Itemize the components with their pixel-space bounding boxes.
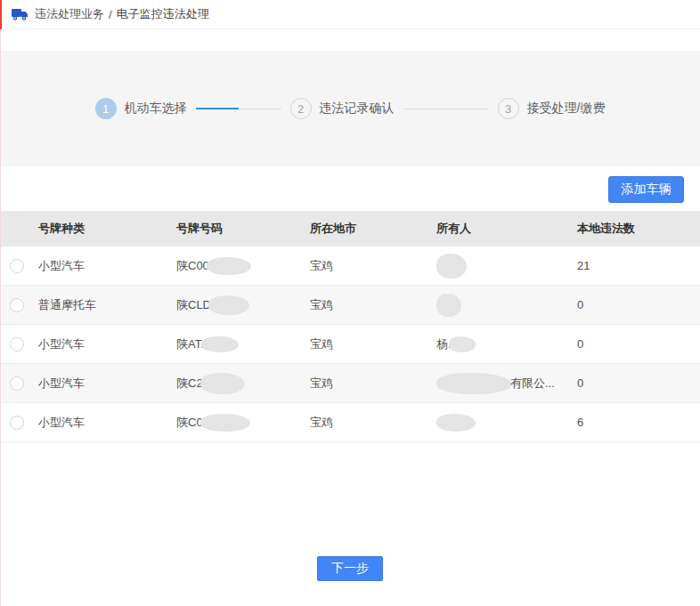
step-2-violation-confirm: 2 违法记录确认: [290, 98, 395, 119]
left-accent-faint: [0, 29, 1, 606]
col-header-plate-type: 号牌种类: [38, 221, 176, 237]
plate-number-visible: 陕CLD: [176, 297, 211, 313]
owner-redaction: [436, 294, 461, 317]
plate-number-redaction: [207, 257, 251, 275]
violation-count-cell: 0: [577, 337, 700, 351]
col-header-violation-count: 本地违法数: [577, 221, 700, 237]
add-vehicle-button[interactable]: 添加车辆: [608, 176, 684, 203]
breadcrumb-separator: /: [109, 8, 112, 21]
spacer: [0, 29, 700, 51]
vehicle-select-radio[interactable]: [10, 259, 24, 273]
radio-cell: [0, 416, 38, 430]
left-accent-red: [0, 0, 2, 29]
vehicle-select-radio[interactable]: [10, 376, 24, 391]
owner-redaction: [436, 254, 467, 279]
owner-cell: [436, 294, 577, 317]
page: 违法处理业务 / 电子监控违法处理 1 机动车选择 2 违法记录确认 3 接受处…: [0, 0, 700, 606]
vehicle-select-radio[interactable]: [10, 298, 24, 312]
step-connector-1: [196, 108, 281, 109]
step-3-accept-pay: 3 接受处理/缴费: [498, 98, 606, 119]
city-cell: 宝鸡: [310, 297, 436, 313]
footer-actions: 下一步: [0, 556, 700, 581]
table-row: 小型汽车陕AT.宝鸡杨.0: [0, 325, 700, 364]
city-cell: 宝鸡: [310, 336, 436, 352]
plate-type-cell: 小型汽车: [38, 376, 176, 392]
vehicle-select-radio[interactable]: [10, 416, 24, 430]
col-header-plate-number: 号牌号码: [176, 221, 310, 237]
step-3-circle: 3: [498, 98, 519, 119]
city-cell: 宝鸡: [310, 258, 436, 274]
breadcrumb-section[interactable]: 违法处理业务: [35, 6, 104, 22]
plate-number-cell: 陕C00: [176, 257, 310, 275]
plate-type-cell: 普通摩托车: [38, 297, 176, 313]
plate-number-visible: 陕C00: [176, 258, 209, 274]
radio-cell: [0, 376, 38, 391]
vehicle-select-radio[interactable]: [10, 337, 24, 351]
toolbar: 添加车辆: [0, 166, 700, 211]
plate-number-redaction: [200, 414, 250, 432]
step-1-label: 机动车选择: [125, 101, 187, 117]
step-2-label: 违法记录确认: [320, 101, 395, 117]
owner-cell: [436, 414, 577, 432]
table-row: 小型汽车陕C2宝鸡有限公...0: [0, 364, 700, 403]
col-header-city: 所在地市: [310, 221, 436, 237]
owner-cell: [436, 254, 577, 279]
plate-number-redaction: [208, 295, 249, 315]
step-1-vehicle-selection: 1 机动车选择: [95, 98, 187, 119]
radio-cell: [0, 259, 38, 273]
violation-count-cell: 0: [577, 376, 700, 390]
breadcrumb-page: 电子监控违法处理: [117, 6, 209, 22]
violation-count-cell: 21: [577, 259, 700, 272]
violation-count-cell: 0: [577, 298, 700, 311]
step-wizard: 1 机动车选择 2 违法记录确认 3 接受处理/缴费: [0, 51, 700, 166]
plate-number-visible: 陕C2: [176, 376, 203, 392]
plate-number-cell: 陕C2: [176, 373, 310, 394]
plate-number-cell: 陕CLD: [176, 295, 310, 315]
table-header-row: 号牌种类 号牌号码 所在地市 所有人 本地违法数: [0, 211, 700, 246]
city-cell: 宝鸡: [310, 376, 436, 392]
step-2-circle: 2: [290, 98, 312, 119]
owner-redaction: [436, 373, 512, 394]
plate-type-cell: 小型汽车: [38, 415, 176, 431]
radio-cell: [0, 298, 38, 312]
radio-cell: [0, 337, 38, 351]
plate-number-visible: 陕AT.: [176, 336, 204, 352]
owner-cell: 有限公...: [436, 373, 577, 394]
breadcrumb: 违法处理业务 / 电子监控违法处理: [0, 0, 700, 29]
owner-redaction: [436, 414, 476, 432]
owner-cell: 杨.: [436, 336, 577, 352]
plate-number-cell: 陕C0: [176, 414, 310, 432]
step-1-circle: 1: [95, 98, 117, 119]
table-row: 小型汽车陕C00宝鸡21: [0, 246, 700, 286]
plate-type-cell: 小型汽车: [38, 258, 176, 274]
plate-number-redaction: [200, 373, 245, 394]
city-cell: 宝鸡: [310, 415, 436, 431]
table-row: 小型汽车陕C0宝鸡6: [0, 403, 700, 442]
plate-number-visible: 陕C0: [176, 415, 203, 431]
col-header-owner: 所有人: [436, 221, 577, 237]
plate-type-cell: 小型汽车: [38, 336, 176, 352]
owner-redaction: [449, 336, 476, 352]
table-body: 小型汽车陕C00宝鸡21普通摩托车陕CLD宝鸡0小型汽车陕AT.宝鸡杨.0小型汽…: [0, 246, 700, 442]
truck-icon: [12, 8, 28, 20]
owner-visible-suffix: 有限公...: [510, 376, 555, 392]
plate-number-cell: 陕AT.: [176, 336, 310, 352]
table-row: 普通摩托车陕CLD宝鸡0: [0, 286, 700, 325]
step-connector-2: [403, 109, 489, 109]
next-step-button[interactable]: 下一步: [317, 556, 383, 581]
step-3-label: 接受处理/缴费: [527, 101, 606, 117]
violation-count-cell: 6: [577, 416, 700, 429]
plate-number-redaction: [201, 336, 239, 352]
